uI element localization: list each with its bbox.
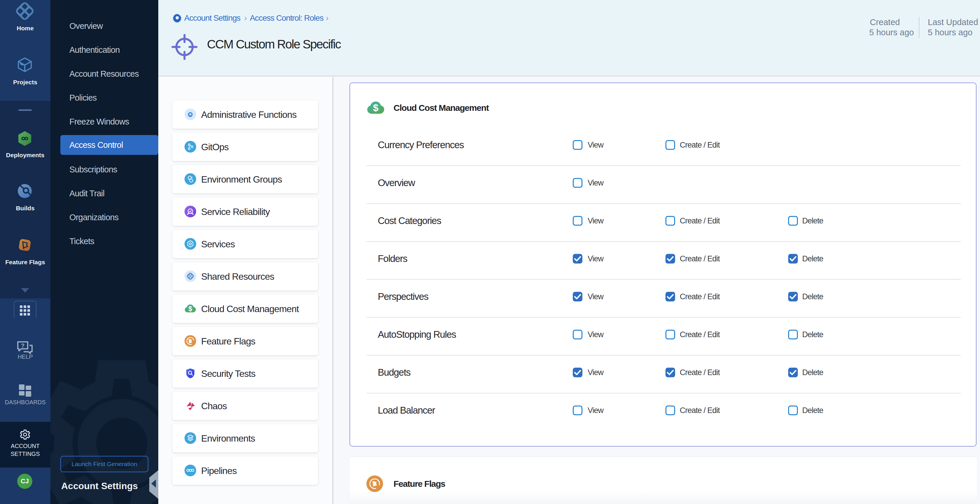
svg-text:$: $ [189, 305, 192, 313]
svg-text:?: ? [21, 343, 24, 349]
svg-text:$: $ [373, 102, 379, 113]
